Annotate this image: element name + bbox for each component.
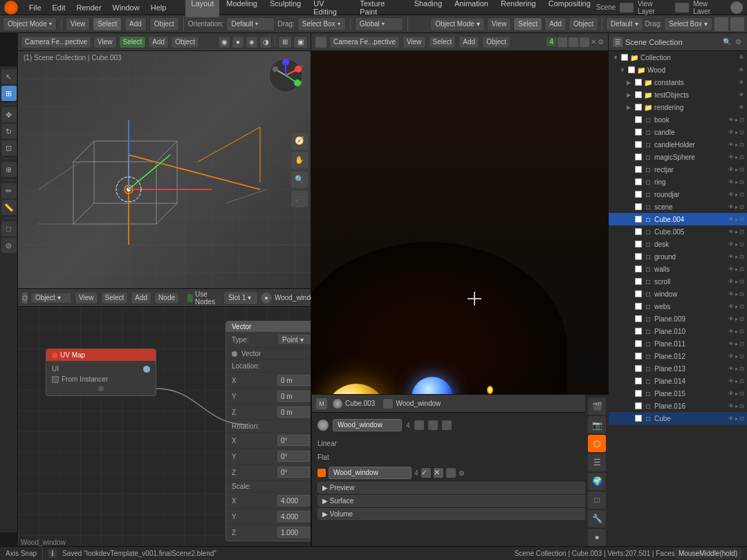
tree-visibility-checkbox[interactable] xyxy=(635,203,642,210)
loc-x-input[interactable]: 0 m xyxy=(277,375,311,386)
scale-z-input[interactable]: 1.000 xyxy=(277,527,311,538)
tree-visibility-checkbox[interactable] xyxy=(635,191,642,198)
mat-node-input[interactable]: Wood_window xyxy=(329,467,412,479)
tree-render-icon[interactable]: ▸ xyxy=(735,291,738,297)
node-canvas[interactable]: UV Map UI From Instancer xyxy=(18,307,311,546)
tree-render-icon[interactable]: ▸ xyxy=(735,192,738,198)
tree-select-icon[interactable]: ⊡ xyxy=(739,328,744,335)
outliner-item-desk[interactable]: □desk👁▸⊡ xyxy=(609,238,747,250)
outliner-item-ring[interactable]: □ring👁▸⊡ xyxy=(609,176,747,188)
3d-scene[interactable]: (1) Scene Collection | Cube.003 xyxy=(18,51,311,288)
tree-select-icon[interactable]: ⊡ xyxy=(739,192,744,198)
tree-visibility-checkbox[interactable] xyxy=(635,91,642,98)
rot-z-input[interactable]: 0° xyxy=(277,467,311,478)
tree-render-icon[interactable]: ▸ xyxy=(735,266,738,272)
tree-visibility-checkbox[interactable] xyxy=(635,353,642,360)
mat-node-lock[interactable]: ✓ xyxy=(421,468,431,478)
tree-select-icon[interactable]: ⊡ xyxy=(739,216,744,223)
outliner-item-plane-009[interactable]: □Plane.009👁▸⊡ xyxy=(609,312,747,325)
tree-arrow[interactable]: ▶ xyxy=(627,80,634,86)
scale-x-input[interactable]: 4.000 xyxy=(277,495,311,506)
tree-arrow[interactable]: ▼ xyxy=(613,55,620,61)
outliner-item-plane-011[interactable]: □Plane.011👁▸⊡ xyxy=(609,337,747,350)
transform-dropdown[interactable]: Global ▾ xyxy=(355,17,403,31)
tree-render-icon[interactable]: ▸ xyxy=(735,279,738,285)
overlay-btn[interactable]: ⊞ xyxy=(278,36,292,48)
tree-visibility-checkbox[interactable] xyxy=(635,315,642,322)
tree-render-icon[interactable]: ▸ xyxy=(735,254,738,260)
surface-header[interactable]: ▶ Surface xyxy=(318,496,602,506)
menu-file[interactable]: File xyxy=(24,2,47,13)
tree-select-icon[interactable]: ⊡ xyxy=(739,154,744,160)
tree-render-icon[interactable]: ▸ xyxy=(735,229,738,235)
tree-select-icon[interactable]: ⊡ xyxy=(739,129,744,136)
tree-eye-icon[interactable]: 👁 xyxy=(728,328,734,335)
layout-tab-texture[interactable]: Texture Paint xyxy=(354,0,407,17)
tree-eye-icon[interactable]: 👁 xyxy=(728,391,734,397)
outliner-filter-icon[interactable]: 🔍 xyxy=(721,38,732,46)
menu-help[interactable]: Help xyxy=(145,2,172,13)
preview-header[interactable]: ▶ Preview xyxy=(318,483,602,493)
outliner-item-webs[interactable]: □webs👁▸⊡ xyxy=(609,300,747,312)
loc-y-input[interactable]: 0 m xyxy=(277,391,311,402)
tree-eye-icon[interactable]: 👁 xyxy=(728,167,734,173)
xray-btn[interactable]: ▣ xyxy=(293,36,308,48)
tree-visibility-checkbox[interactable] xyxy=(635,166,642,173)
outliner-options-icon[interactable]: ⚙ xyxy=(734,38,743,46)
render-select-btn[interactable]: Select xyxy=(429,36,456,48)
outliner-item-rendering[interactable]: ▶📁rendering👁 xyxy=(609,101,747,113)
outliner-item-window[interactable]: □window👁▸⊡ xyxy=(609,288,747,300)
object-dropdown[interactable]: Object ▾ xyxy=(30,292,72,304)
outliner-item-plane-016[interactable]: □Plane.016👁▸⊡ xyxy=(609,400,747,412)
annotate-tool[interactable]: ✏ xyxy=(1,183,17,198)
use-nodes-checkbox[interactable] xyxy=(187,294,193,302)
outliner-item-cube-004[interactable]: □Cube.004👁▸⊡ xyxy=(609,213,747,225)
select-button[interactable]: Select xyxy=(93,17,122,31)
world-icon[interactable]: 🌍 xyxy=(588,473,606,490)
output-icon[interactable]: ⬡ xyxy=(588,435,606,452)
tree-eye-icon[interactable]: 👁 xyxy=(728,266,734,272)
layout-tab-sculpting[interactable]: Sculpting xyxy=(264,0,306,17)
tree-visibility-checkbox[interactable] xyxy=(635,241,642,248)
tree-eye-icon[interactable]: 👁 xyxy=(728,204,734,210)
render-settings-icon[interactable]: 📷 xyxy=(588,416,606,433)
tree-eye-icon[interactable]: 👁 xyxy=(739,92,744,98)
tree-visibility-checkbox[interactable] xyxy=(628,66,635,73)
measure-tool[interactable]: 📏 xyxy=(1,200,17,215)
outliner-item-candle[interactable]: □candle👁▸⊡ xyxy=(609,126,747,138)
tree-select-icon[interactable]: ⊡ xyxy=(739,341,744,347)
tree-visibility-checkbox[interactable] xyxy=(635,141,642,148)
layout-tab-modeling[interactable]: Modeling xyxy=(221,0,263,17)
view-vp-btn[interactable]: View xyxy=(93,36,117,48)
orientation-dropdown[interactable]: Default ▾ xyxy=(226,17,275,31)
drag-right[interactable]: Select Box▾ xyxy=(664,17,712,31)
view-node-btn[interactable]: View xyxy=(75,292,98,304)
mat-name-input[interactable]: Wood_window xyxy=(333,419,402,431)
modifier-icon[interactable]: 🔧 xyxy=(588,510,606,528)
tree-visibility-checkbox[interactable] xyxy=(635,340,642,347)
tree-select-icon[interactable]: ⊡ xyxy=(739,254,744,260)
tree-eye-icon[interactable]: 👁 xyxy=(728,241,734,248)
select-node-btn[interactable]: Select xyxy=(101,292,129,304)
layout-tab-layout[interactable]: Layout xyxy=(185,0,219,17)
tree-visibility-checkbox[interactable] xyxy=(635,303,642,310)
view-right[interactable]: View xyxy=(487,17,512,31)
tree-render-icon[interactable]: ▸ xyxy=(735,416,738,422)
tree-select-icon[interactable]: ⊡ xyxy=(739,179,744,185)
hand-icon[interactable]: ✋ xyxy=(291,152,308,169)
mat-node-settings[interactable]: ⚙ xyxy=(459,469,465,477)
tree-select-icon[interactable]: ⊡ xyxy=(739,167,744,173)
outliner-item-walls[interactable]: □walls👁▸⊡ xyxy=(609,263,747,275)
tree-render-icon[interactable]: ▸ xyxy=(735,179,738,185)
render-add-btn[interactable]: Add xyxy=(459,36,479,48)
tree-eye-icon[interactable]: 👁 xyxy=(728,142,734,148)
tree-select-icon[interactable]: ⊡ xyxy=(739,416,744,422)
view-button[interactable]: View xyxy=(66,17,91,31)
tree-render-icon[interactable]: ▸ xyxy=(735,341,738,347)
tree-eye-icon[interactable]: 👁 xyxy=(728,403,734,409)
add-button[interactable]: Add xyxy=(124,17,147,31)
tree-visibility-checkbox[interactable] xyxy=(635,290,642,297)
tree-select-icon[interactable]: ⊡ xyxy=(739,117,744,123)
tree-eye-icon[interactable]: 👁 xyxy=(728,291,734,297)
tree-eye-icon[interactable]: 👁 xyxy=(728,192,734,198)
